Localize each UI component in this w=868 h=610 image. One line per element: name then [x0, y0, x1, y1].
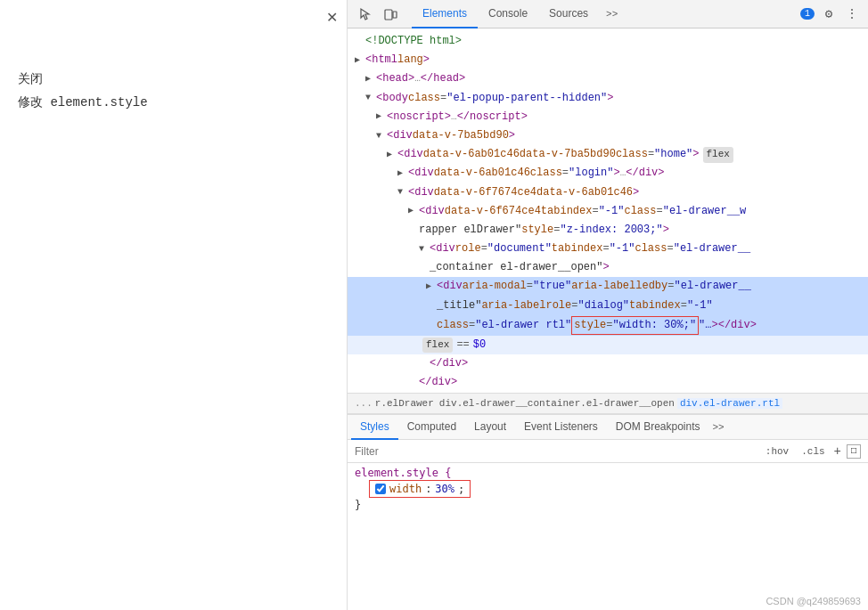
svg-rect-1 — [393, 12, 397, 18]
tree-div-drawer-selected-2: _title" aria-label role="dialog" tabinde… — [348, 297, 868, 315]
expand-arrow — [408, 376, 419, 390]
tab-console[interactable]: Console — [478, 0, 538, 28]
device-toolbar-icon[interactable] — [380, 4, 401, 25]
svg-rect-0 — [385, 10, 392, 20]
tab-elements[interactable]: Elements — [412, 0, 478, 28]
settings-icon[interactable]: ⚙ — [820, 5, 838, 23]
css-close-brace: } — [355, 499, 861, 511]
tab-layout[interactable]: Layout — [465, 415, 515, 440]
devtools-toolbar: Elements Console Sources >> 1 ⚙ ⋮ — [348, 0, 868, 28]
tree-div-drawer-selected-3: class="el-drawer rtl" style="width: 30%;… — [348, 315, 868, 336]
left-panel: ✕ 关闭 修改 element.style — [0, 0, 348, 610]
breadcrumb-item-container[interactable]: div.el-drawer__container.el-drawer__open — [437, 398, 677, 409]
css-property-row-width[interactable]: width : 30% ; — [355, 479, 861, 499]
hov-button[interactable]: :hov — [762, 444, 792, 459]
more-styles-tabs[interactable]: >> — [713, 422, 725, 433]
css-selector-line: element.style { — [355, 467, 861, 479]
toggle-panel-button[interactable]: □ — [847, 444, 861, 459]
tree-doctype[interactable]: <!DOCTYPE html> — [348, 32, 868, 51]
tree-div-drawer-wrapper-cont: rapper elDrawer" style="z-index: 2003;" … — [348, 221, 868, 240]
tree-div-drawer-container-cont: _container el-drawer__open" > — [348, 258, 868, 277]
toolbar-right: 1 ⚙ ⋮ — [800, 5, 861, 23]
expand-arrow — [355, 35, 365, 49]
watermark-row: CSDN @q249859693 — [348, 592, 868, 610]
tree-div-drawer-container[interactable]: ▼ <div role="document" tabindex="-1" cla… — [348, 240, 868, 258]
expand-arrow[interactable]: ▼ — [397, 185, 408, 199]
css-property-checkbox[interactable] — [375, 484, 386, 494]
tree-body[interactable]: ▼ <body class="el-popup-parent--hidden" … — [348, 89, 868, 108]
expand-arrow[interactable]: ▶ — [376, 110, 387, 124]
close-button[interactable]: ✕ — [326, 9, 338, 26]
breadcrumb-bar: ... r.elDrawer div.el-drawer__container.… — [348, 393, 868, 414]
tab-event-listeners[interactable]: Event Listeners — [515, 415, 607, 440]
expand-arrow — [419, 357, 430, 371]
tree-close-div-1[interactable]: </div> — [348, 354, 868, 373]
expand-arrow[interactable]: ▼ — [365, 91, 376, 105]
inspect-element-icon[interactable] — [355, 4, 376, 25]
more-options-icon[interactable]: ⋮ — [843, 5, 861, 23]
tab-dom-breakpoints[interactable]: DOM Breakpoints — [607, 415, 709, 440]
tree-div-home[interactable]: ▶ <div data-v-6ab01c46 data-v-7ba5bd90 c… — [348, 145, 868, 164]
expand-arrow[interactable]: ▶ — [355, 53, 365, 68]
toolbar-icons — [355, 4, 401, 25]
expand-arrow[interactable]: ▶ — [408, 204, 419, 218]
expand-arrow[interactable]: ▼ — [419, 242, 430, 256]
dollar-value: $0 — [473, 337, 486, 354]
filter-actions: :hov .cls + □ — [762, 444, 861, 459]
expand-arrow[interactable]: ▶ — [387, 148, 397, 162]
flex-eval-badge: flex — [422, 338, 453, 354]
tree-close-div-2[interactable]: </div> — [348, 373, 868, 392]
styles-tabs: Styles Computed Layout Event Listeners D… — [348, 415, 868, 440]
filter-input[interactable] — [355, 445, 762, 458]
expand-arrow[interactable]: ▶ — [365, 72, 376, 86]
tree-head[interactable]: ▶ <head> … </head> — [348, 69, 868, 88]
close-label: 关闭 — [18, 71, 329, 87]
tree-html[interactable]: ▶ <html lang > — [348, 51, 868, 69]
tree-div-drawer-selected-1[interactable]: ▶ <div aria-modal="true" aria-labelledby… — [348, 277, 868, 296]
tree-div-login[interactable]: ▶ <div data-v-6ab01c46 class="login" > …… — [348, 164, 868, 183]
styles-panel: Styles Computed Layout Event Listeners D… — [348, 414, 868, 592]
tree-div-7ba5bd90[interactable]: ▼ <div data-v-7ba5bd90 > — [348, 126, 868, 145]
notification-badge: 1 — [800, 8, 815, 20]
tree-div-drawer-wrapper[interactable]: ▶ <div data-v-6f674ce4 tabindex="-1" cla… — [348, 202, 868, 221]
expand-arrow[interactable]: ▼ — [376, 129, 387, 143]
width-property-highlighted: width : 30% ; — [369, 480, 471, 498]
expand-arrow[interactable]: ▶ — [397, 167, 408, 181]
modify-label: 修改 element.style — [18, 94, 329, 110]
tab-sources[interactable]: Sources — [538, 0, 599, 28]
more-tabs-button[interactable]: >> — [602, 9, 621, 20]
tree-eval-line: flex == $0 — [348, 336, 868, 354]
expand-arrow[interactable]: ▶ — [426, 280, 437, 294]
tree-noscript[interactable]: ▶ <noscript> … </noscript> — [348, 108, 868, 126]
css-content: element.style { width : 30% ; } — [348, 463, 868, 592]
html-tree[interactable]: <!DOCTYPE html> ▶ <html lang > ▶ <head> … — [348, 28, 868, 393]
breadcrumb-item-eldrawer[interactable]: r.elDrawer — [373, 398, 437, 409]
tab-computed[interactable]: Computed — [398, 415, 465, 440]
tree-div-6f7674ce4[interactable]: ▼ <div data-v-6f7674ce4 data-v-6ab01c46 … — [348, 183, 868, 202]
add-style-button[interactable]: + — [834, 444, 841, 459]
css-property-name: width — [389, 483, 422, 495]
cls-button[interactable]: .cls — [798, 444, 828, 459]
devtools-panel: Elements Console Sources >> 1 ⚙ ⋮ <!DOCT… — [348, 0, 868, 610]
tab-styles[interactable]: Styles — [351, 415, 398, 440]
style-attr-highlighted: style="width: 30%;" — [571, 316, 699, 335]
filter-row: :hov .cls + □ — [348, 440, 868, 463]
devtools-tabs: Elements Console Sources >> — [412, 0, 621, 28]
breadcrumb-item-rtl[interactable]: div.el-drawer.rtl — [677, 398, 782, 409]
flex-badge: flex — [703, 147, 733, 163]
breadcrumb-ellipsis: ... — [355, 398, 373, 409]
watermark-text: CSDN @q249859693 — [766, 596, 861, 606]
css-property-value: 30% — [435, 483, 454, 495]
